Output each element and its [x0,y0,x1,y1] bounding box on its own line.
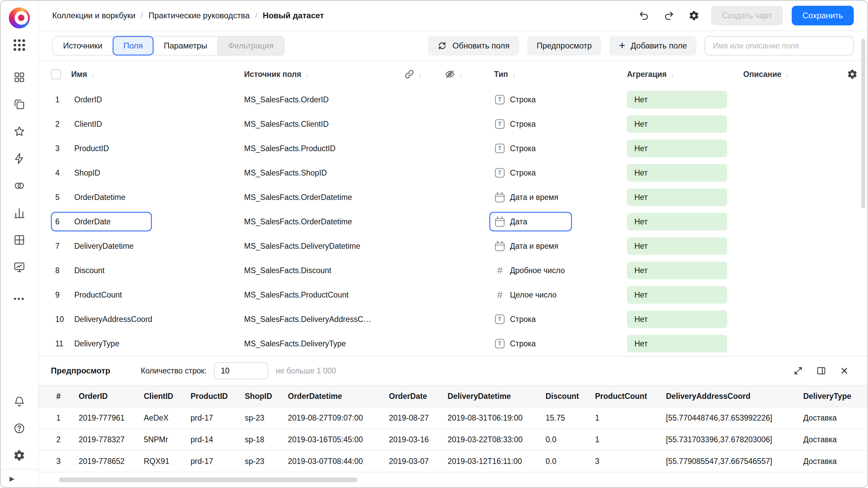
preview-expand-button[interactable] [791,363,806,378]
dataset-settings-button[interactable] [686,7,702,24]
column-header-link[interactable]: ↓ [404,69,445,79]
vscroll-thumb[interactable] [861,39,865,208]
field-row[interactable]: 6 OrderDate MS_SalesFacts.OrderDatetime … [39,209,867,234]
field-row[interactable]: 10 DeliveryAddressCoord MS_SalesFacts.De… [39,307,867,331]
column-header-visibility[interactable]: ↓ [445,69,494,79]
sidebar-item-favorites[interactable] [8,118,31,145]
preview-cell: sp-18 [239,435,282,444]
aggregation-select[interactable]: Нет [627,213,727,230]
apps-grid-icon[interactable] [14,39,25,51]
field-name-cell: 7 DeliveryDatetime [51,236,244,256]
preview-dock-button[interactable] [814,363,829,378]
aggregation-select[interactable]: Нет [627,140,727,157]
sidebar-item-more[interactable]: ••• [8,289,31,308]
field-type-box[interactable]: Строка [489,309,572,329]
aggregation-select[interactable]: Нет [627,237,727,255]
sidebar-item-settings[interactable] [8,442,31,469]
field-name-box[interactable]: 2 ClientID [51,114,152,134]
preview-bar: Предпросмотр Количество строк: не больше… [39,357,867,385]
column-header-type[interactable]: Тип ↓ [494,70,627,79]
redo-button[interactable] [661,7,677,24]
sidebar-item-datasets[interactable] [8,226,31,253]
monitor-chart-icon [13,261,25,273]
field-type-icon [495,314,505,324]
preview-toggle-button[interactable]: Предпросмотр [527,36,601,56]
breadcrumb-guides[interactable]: Практические руководства [149,11,250,20]
field-row[interactable]: 8 Discount MS_SalesFacts.Discount Дробно… [39,258,867,283]
field-row[interactable]: 7 DeliveryDatetime MS_SalesFacts.Deliver… [39,234,867,258]
aggregation-select[interactable]: Нет [627,164,727,182]
field-row[interactable]: 11 DeliveryType MS_SalesFacts.DeliveryTy… [39,331,867,356]
aggregation-select[interactable]: Нет [627,91,727,108]
column-header-description[interactable]: Описание ↓ [743,70,837,79]
field-type-box[interactable]: Дата [489,212,572,231]
column-header-name[interactable]: Имя ↓ [71,70,244,79]
field-type-box[interactable]: Строка [489,139,572,158]
sidebar-item-workbooks[interactable] [8,91,31,118]
sidebar-item-quick[interactable] [8,145,31,172]
field-name-box[interactable]: 5 OrderDatetime [51,187,152,207]
field-type-label: Строка [510,120,536,129]
datalens-logo[interactable] [9,7,30,28]
aggregation-select[interactable]: Нет [627,286,727,304]
field-type-box[interactable]: Строка [489,90,572,109]
create-chart-button[interactable]: Создать чарт [711,6,783,25]
aggregation-select[interactable]: Нет [627,335,727,352]
field-type-box[interactable]: Строка [489,114,572,134]
tab-filtration[interactable]: Фильтрация [217,36,284,56]
column-header-aggregation[interactable]: Агрегация ↓ [627,70,743,79]
sidebar-expand-strip[interactable]: ▶ [1,469,38,487]
field-name-box[interactable]: 9 ProductCount [51,285,152,305]
field-aggregation-cell: Нет [627,164,743,182]
field-type-box[interactable]: Дробное число [489,261,574,280]
aggregation-select[interactable]: Нет [627,310,727,328]
undo-button[interactable] [636,7,652,24]
field-type-box[interactable]: Дата и время [489,236,572,256]
field-row[interactable]: 2 ClientID MS_SalesFacts.ClientID Строка… [39,112,867,136]
tab-parameters[interactable]: Параметры [153,36,218,56]
field-name-box[interactable]: 8 Discount [51,261,152,280]
field-row[interactable]: 9 ProductCount MS_SalesFacts.ProductCoun… [39,283,867,307]
field-name-box[interactable]: 7 DeliveryDatetime [51,236,152,256]
aggregation-select[interactable]: Нет [627,115,727,133]
sidebar-item-widgets[interactable] [8,64,31,91]
field-type-box[interactable]: Дата и время [489,187,572,207]
aggregation-select[interactable]: Нет [627,262,727,279]
breadcrumb-collections[interactable]: Коллекции и воркбуки [52,11,135,20]
refresh-fields-button[interactable]: Обновить поля [428,36,519,56]
field-search-input[interactable] [705,36,854,56]
field-type-box[interactable]: Целое число [489,285,572,305]
sidebar-item-help[interactable] [8,415,31,442]
field-name: DeliveryAddressCoord [74,315,152,324]
row-count-input[interactable] [214,362,268,379]
sidebar-item-notifications[interactable] [8,388,31,415]
field-type-cell: Строка [494,309,627,329]
field-row[interactable]: 3 ProductID MS_SalesFacts.ProductID Стро… [39,136,867,161]
add-field-button[interactable]: + Добавить поле [609,36,696,56]
preview-column-header: ProductID [185,392,239,401]
save-button[interactable]: Сохранить [792,6,854,25]
sidebar-item-charts[interactable] [8,199,31,226]
field-name-box[interactable]: 1 OrderID [51,90,152,109]
sidebar-item-connections[interactable] [8,172,31,199]
tab-fields[interactable]: Поля [113,36,154,56]
hscroll-thumb[interactable] [59,477,357,482]
field-name-box[interactable]: 11 DeliveryType [51,334,152,353]
field-name-box[interactable]: 10 DeliveryAddressCoord [51,309,161,329]
preview-close-button[interactable]: × [837,363,852,378]
field-row[interactable]: 5 OrderDatetime MS_SalesFacts.OrderDatet… [39,185,867,209]
field-row[interactable]: 1 OrderID MS_SalesFacts.OrderID Строка Н… [39,87,867,112]
field-row[interactable]: 4 ShopID MS_SalesFacts.ShopID Строка Нет [39,161,867,185]
sidebar-item-dashboards[interactable] [8,253,31,281]
column-header-source[interactable]: Источник поля ↓ [244,70,404,79]
tab-sources[interactable]: Источники [52,36,113,56]
sidebar: ••• ▶ [1,1,39,487]
field-type-box[interactable]: Строка [489,334,572,353]
select-all-checkbox[interactable] [51,69,61,79]
preview-column-header: OrderDate [383,392,442,401]
field-name-box[interactable]: 6 OrderDate [51,212,152,231]
field-type-box[interactable]: Строка [489,163,572,183]
field-name-box[interactable]: 4 ShopID [51,163,152,183]
field-name-box[interactable]: 3 ProductID [51,139,152,158]
aggregation-select[interactable]: Нет [627,188,727,206]
